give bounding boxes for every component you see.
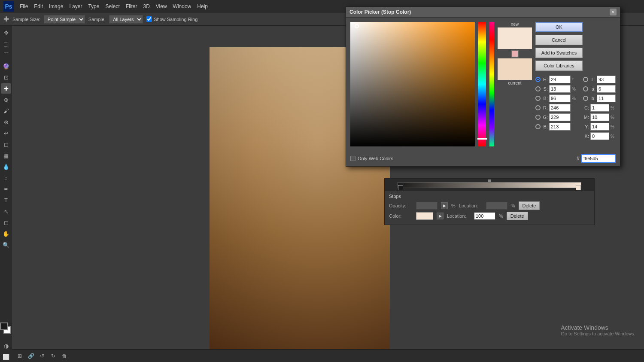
lasso-tool[interactable]: ⌒ <box>1 50 11 60</box>
sample-size-select[interactable]: Point Sample <box>44 15 85 24</box>
brightness-radio[interactable] <box>535 96 541 101</box>
menu-help[interactable]: Help <box>197 3 208 9</box>
menu-type[interactable]: Type <box>88 3 99 9</box>
left-toolbar: ✥ ⬚ ⌒ 🔮 ⊡ ✚ ⊕ 🖌 ⊗ ↩ ◻ ▦ 💧 ○ ✒ T ↖ ◻ ✋ 🔍 … <box>0 26 12 362</box>
grid-icon[interactable]: ⊞ <box>15 352 24 360</box>
l-row: L: <box>583 75 616 84</box>
eraser-tool[interactable]: ◻ <box>1 139 11 149</box>
shape-tool[interactable]: ◻ <box>1 217 11 228</box>
color-small-swatch <box>512 51 518 57</box>
only-web-colors-checkbox[interactable] <box>350 156 355 161</box>
m-input[interactable] <box>590 113 609 121</box>
sample-select[interactable]: All Layers <box>109 15 143 24</box>
brush-tool[interactable]: 🖌 <box>1 106 11 116</box>
color-libraries-button[interactable]: Color Libraries <box>535 61 583 71</box>
path-select-tool[interactable]: ↖ <box>1 206 11 216</box>
activate-windows-notice: Activate Windows Go to Settings to activ… <box>561 324 635 336</box>
red-input[interactable] <box>549 104 571 112</box>
alpha-strip[interactable] <box>489 22 494 146</box>
show-sampling-ring-checkbox[interactable] <box>146 16 152 22</box>
history-brush-tool[interactable]: ↩ <box>1 128 11 138</box>
crop-tool[interactable]: ⊡ <box>1 72 11 82</box>
k-input[interactable] <box>590 132 609 140</box>
l-input[interactable] <box>597 76 616 83</box>
saturation-unit: % <box>572 87 576 91</box>
menu-3d[interactable]: 3D <box>143 3 149 9</box>
eyedropper-tool[interactable]: ✚ <box>1 83 11 94</box>
menu-layer[interactable]: Layer <box>69 3 82 9</box>
clone-stamp-tool[interactable]: ⊗ <box>1 117 11 127</box>
menu-select[interactable]: Select <box>105 3 119 9</box>
b-lab-label: b: <box>589 96 595 101</box>
gradient-background[interactable] <box>350 22 475 146</box>
saturation-radio[interactable] <box>535 86 541 91</box>
hue-strip[interactable] <box>478 22 486 146</box>
quick-mask-tool[interactable]: ◑ <box>1 341 11 351</box>
opacity-location-input[interactable] <box>486 202 507 210</box>
add-to-swatches-button[interactable]: Add to Swatches <box>535 48 583 58</box>
color-stop-swatch[interactable] <box>416 212 433 220</box>
opacity-input[interactable] <box>416 202 437 210</box>
l-radio[interactable] <box>583 77 588 82</box>
c-input[interactable] <box>590 104 609 112</box>
hue-unit: ° <box>572 77 576 82</box>
color-location-input[interactable] <box>474 212 495 220</box>
zoom-tool[interactable]: 🔍 <box>1 240 11 250</box>
pen-tool[interactable]: ✒ <box>1 184 11 194</box>
screen-mode-tool[interactable]: ⬜ <box>1 352 11 362</box>
dialog-close-button[interactable]: × <box>610 9 617 15</box>
menu-filter[interactable]: Filter <box>126 3 137 9</box>
blue-radio[interactable] <box>535 124 541 129</box>
b-lab-input[interactable] <box>597 94 616 102</box>
b-lab-radio[interactable] <box>583 96 588 101</box>
rotate-cw-icon[interactable]: ↻ <box>49 352 58 360</box>
gradient-bar[interactable] <box>398 182 581 188</box>
menu-window[interactable]: Window <box>173 3 191 9</box>
fg-bg-color-picker[interactable] <box>0 322 12 336</box>
rotate-ccw-icon[interactable]: ↺ <box>38 352 46 360</box>
text-tool[interactable]: T <box>1 195 11 205</box>
menu-file[interactable]: File <box>20 3 28 9</box>
menu-edit[interactable]: Edit <box>34 3 43 9</box>
color-arrow-btn[interactable]: ▶ <box>437 213 444 219</box>
a-input[interactable] <box>597 85 616 93</box>
hue-input[interactable] <box>549 76 571 83</box>
hex-input[interactable] <box>581 154 616 163</box>
m-unit: % <box>611 115 616 120</box>
red-radio[interactable] <box>535 105 541 110</box>
foreground-color[interactable] <box>0 322 8 330</box>
y-input[interactable] <box>590 123 609 131</box>
dialog-title: Color Picker (Stop Color) <box>349 9 411 15</box>
a-radio[interactable] <box>583 86 588 91</box>
healing-brush-tool[interactable]: ⊕ <box>1 94 11 105</box>
cancel-button[interactable]: Cancel <box>535 35 583 45</box>
link-icon[interactable]: 🔗 <box>27 352 35 360</box>
green-radio[interactable] <box>535 115 541 120</box>
hue-radio[interactable] <box>535 77 541 82</box>
trash-icon[interactable]: 🗑 <box>60 352 69 360</box>
green-input[interactable] <box>549 113 571 121</box>
opacity-delete-button[interactable]: Delete <box>519 201 540 210</box>
quick-select-tool[interactable]: 🔮 <box>1 61 11 71</box>
dodge-tool[interactable]: ○ <box>1 173 11 183</box>
show-sampling-ring-label[interactable]: Show Sampling Ring <box>146 16 197 22</box>
marquee-tool[interactable]: ⬚ <box>1 39 11 49</box>
color-stops-row: Color: ▶ Location: % Delete <box>389 212 590 220</box>
move-tool[interactable]: ✥ <box>1 27 11 38</box>
color-swatch-icon[interactable] <box>511 50 519 58</box>
hand-tool[interactable]: ✋ <box>1 228 11 239</box>
green-label: G: <box>542 115 548 120</box>
ok-button[interactable]: OK <box>535 22 583 32</box>
gradient-stop-left[interactable] <box>398 185 403 190</box>
gradient-tool[interactable]: ▦ <box>1 150 11 161</box>
gradient-stop-right[interactable] <box>576 185 581 190</box>
blur-tool[interactable]: 💧 <box>1 161 11 172</box>
color-gradient-picker[interactable] <box>350 22 475 146</box>
color-delete-button[interactable]: Delete <box>507 212 528 220</box>
brightness-input[interactable] <box>549 94 571 102</box>
menu-view[interactable]: View <box>156 3 167 9</box>
blue-input[interactable] <box>549 123 571 131</box>
menu-image[interactable]: Image <box>49 3 63 9</box>
saturation-input[interactable] <box>549 85 571 93</box>
opacity-arrow-btn[interactable]: ▶ <box>441 202 448 209</box>
